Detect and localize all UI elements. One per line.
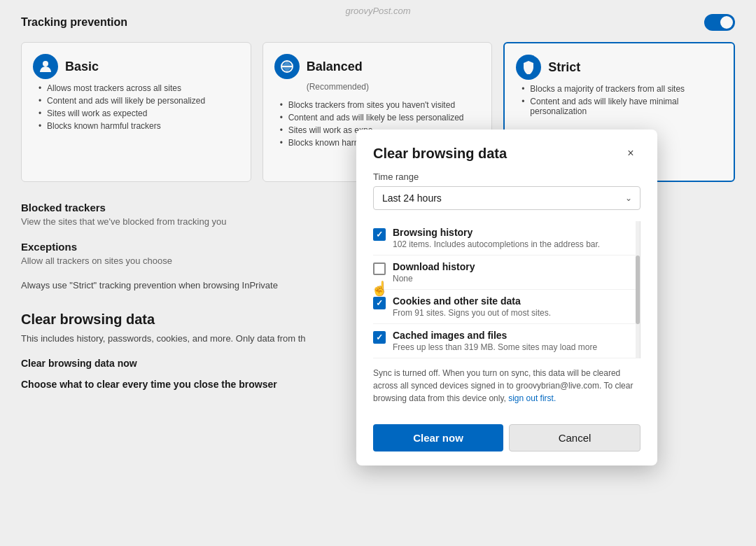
basic-bullet-4: Blocks known harmful trackers — [38, 120, 239, 132]
modal-title: Clear browsing data — [373, 146, 507, 162]
download-history-checkbox[interactable] — [373, 262, 386, 275]
browsing-history-checkbox[interactable]: ✓ — [373, 228, 386, 241]
cached-images-item: ✓ Cached images and files Frees up less … — [373, 324, 637, 358]
modal-header: Clear browsing data × — [356, 130, 657, 172]
modal-close-button[interactable]: × — [621, 144, 640, 163]
time-range-select[interactable]: Last hour Last 24 hours Last 7 days Last… — [373, 186, 640, 210]
clear-browsing-data-modal: Clear browsing data × Time range Last ho… — [356, 130, 657, 465]
cached-images-checkmark: ✓ — [376, 333, 383, 342]
cached-images-checkbox[interactable]: ✓ — [373, 331, 386, 344]
cookies-checkbox-wrapper: ✓ — [373, 297, 386, 309]
basic-card[interactable]: Basic Allows most trackers across all si… — [21, 42, 251, 182]
browsing-history-text: Browsing history 102 items. Includes aut… — [393, 227, 637, 249]
cookies-label: Cookies and other site data — [393, 295, 637, 307]
time-range-wrapper: Last hour Last 24 hours Last 7 days Last… — [373, 186, 640, 210]
basic-card-icon — [33, 54, 58, 79]
balanced-bullet-2: Content and ads will likely be less pers… — [280, 111, 481, 124]
sync-notice: Sync is turned off. When you turn on syn… — [373, 367, 640, 405]
download-history-item: Download history None — [373, 255, 637, 290]
cookies-text: Cookies and other site data From 91 site… — [393, 295, 637, 318]
balanced-card-subtitle: (Recommended) — [307, 82, 481, 92]
browsing-history-label: Browsing history — [393, 227, 637, 238]
download-history-text: Download history None — [393, 261, 637, 284]
modal-body: Time range Last hour Last 24 hours Last … — [356, 172, 657, 405]
cached-images-text: Cached images and files Frees up less th… — [393, 330, 637, 352]
cached-images-desc: Frees up less than 319 MB. Some sites ma… — [393, 342, 637, 352]
svg-point-0 — [43, 61, 48, 66]
tracking-prevention-toggle[interactable] — [704, 14, 735, 31]
scrollbar-track — [636, 221, 640, 358]
strict-card-icon — [516, 55, 541, 80]
cancel-button[interactable]: Cancel — [509, 424, 640, 451]
strict-bullet-1: Blocks a majority of trackers from all s… — [522, 83, 722, 95]
strict-card-bullets: Blocks a majority of trackers from all s… — [516, 83, 722, 118]
cookies-item: ✓ Cookies and other site data From 91 si… — [373, 290, 637, 324]
basic-bullet-2: Content and ads will likely be personali… — [38, 94, 239, 107]
tracking-prevention-title: Tracking prevention — [21, 14, 735, 31]
cached-images-label: Cached images and files — [393, 330, 637, 341]
cookies-checkmark: ✓ — [376, 299, 383, 307]
cookies-desc: From 91 sites. Signs you out of most sit… — [393, 308, 637, 318]
balanced-card-title: Balanced — [307, 59, 363, 74]
balanced-bullet-1: Blocks trackers from sites you haven't v… — [280, 99, 481, 111]
clear-now-button[interactable]: Clear now — [373, 424, 503, 451]
balanced-card-icon — [274, 54, 300, 79]
cookies-checkbox[interactable]: ✓ — [373, 297, 386, 309]
time-range-label: Time range — [373, 172, 640, 182]
checkboxes-area: ✓ Browsing history 102 items. Includes a… — [373, 221, 640, 358]
download-history-desc: None — [393, 274, 637, 284]
download-history-label: Download history — [393, 261, 637, 272]
cached-images-checkbox-wrapper: ✓ — [373, 331, 386, 344]
browsing-history-desc: 102 items. Includes autocompletions in t… — [393, 239, 637, 249]
sign-out-link[interactable]: sign out first. — [508, 393, 556, 403]
basic-bullet-1: Allows most trackers across all sites — [38, 82, 239, 94]
strict-bullet-2: Content and ads will likely have minimal… — [522, 95, 722, 118]
basic-card-title: Basic — [65, 59, 99, 74]
browsing-history-checkmark: ✓ — [376, 230, 383, 239]
browsing-history-item: ✓ Browsing history 102 items. Includes a… — [373, 221, 637, 255]
download-history-checkbox-wrapper — [373, 262, 386, 275]
basic-bullet-3: Sites will work as expected — [38, 107, 239, 120]
modal-footer: Clear now Cancel — [356, 416, 657, 465]
scrollbar-thumb[interactable] — [636, 255, 640, 324]
strict-card-title: Strict — [548, 60, 580, 75]
browsing-history-checkbox-wrapper: ✓ — [373, 228, 386, 241]
basic-card-bullets: Allows most trackers across all sites Co… — [33, 82, 239, 132]
watermark: groovyPost.com — [345, 6, 410, 16]
